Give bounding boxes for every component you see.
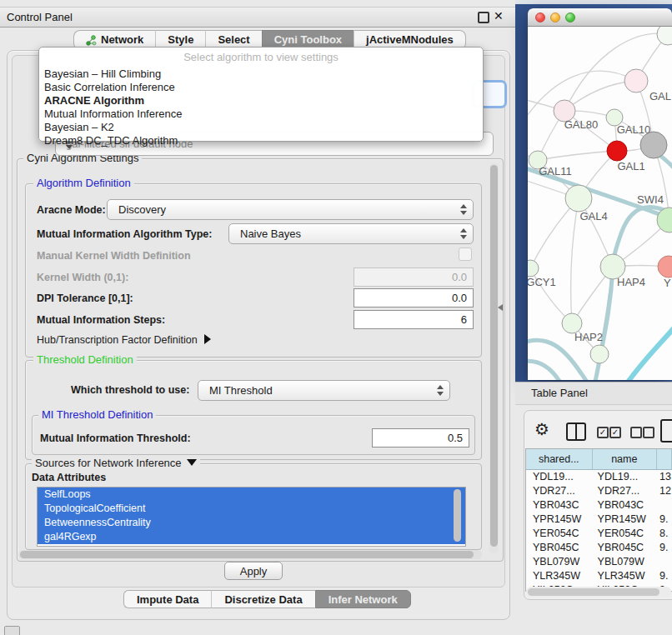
minimize-window-icon[interactable] xyxy=(550,12,560,22)
column-header-shared[interactable]: shared... xyxy=(526,449,593,469)
algorithm-option[interactable]: Dream8 DC_TDC Algorithm xyxy=(44,134,478,148)
collapse-right-icon xyxy=(204,334,211,344)
table-panel-titlebar: Table Panel xyxy=(515,382,672,405)
which-threshold-label: Which threshold to use: xyxy=(71,384,189,396)
combo-stepper-icon xyxy=(460,204,467,216)
list-item[interactable]: BetweennessCentrality xyxy=(38,516,465,530)
table-row[interactable]: YBL079WYBL079W xyxy=(526,555,672,569)
node-label: GAL4 xyxy=(579,210,607,222)
aracne-mode-combobox[interactable]: Discovery xyxy=(107,199,474,220)
gear-icon[interactable]: ⚙ xyxy=(534,419,549,439)
node-label: GAL11 xyxy=(539,165,572,178)
kernel-width-label: Kernel Width (0,1): xyxy=(37,272,128,283)
column-header-name[interactable]: name xyxy=(593,449,658,469)
mi-algorithm-type-value: Naive Bayes xyxy=(240,224,301,243)
algorithm-definition-title: Algorithm Definition xyxy=(33,178,134,189)
combo-stepper-icon xyxy=(437,385,444,397)
aracne-mode-value: Discovery xyxy=(118,200,166,219)
mi-threshold-label: Mutual Information Threshold: xyxy=(40,432,191,444)
network-graph: GAL GAL80 GAL10 GAL1 GAL11 GAL4 SWI4 GCY… xyxy=(528,27,672,380)
node-label: Y xyxy=(664,277,671,289)
algorithm-option[interactable]: Basic Correlation Inference xyxy=(44,81,478,94)
kernel-width-field[interactable]: 0.0 xyxy=(354,268,474,287)
table-row[interactable]: YBR043CYBR043C xyxy=(526,498,672,512)
table-row[interactable]: YDL19...YDL19...13 xyxy=(526,470,672,484)
node-label: SWI4 xyxy=(637,193,664,206)
columns-icon[interactable] xyxy=(566,422,586,441)
unchecked-checkbox-icon[interactable] xyxy=(630,427,642,438)
threshold-definition-title: Threshold Definition xyxy=(33,354,137,366)
document-icon[interactable] xyxy=(660,419,672,442)
node-label: GAL1 xyxy=(617,160,644,172)
tab-impute-data[interactable]: Impute Data xyxy=(123,590,211,608)
control-panel-titlebar: Control Panel ✕ xyxy=(0,7,515,28)
dpi-tolerance-label: DPI Tolerance [0,1]: xyxy=(37,292,133,304)
mi-threshold-definition-title: MI Threshold Definition xyxy=(38,409,156,421)
attributes-vscrollbar-thumb[interactable] xyxy=(454,489,461,542)
settings-vscrollbar-thumb[interactable] xyxy=(490,165,498,547)
node-label: GAL10 xyxy=(617,123,650,136)
hub-definition-toggle[interactable]: Hub/Transcription Factor Definition xyxy=(37,334,211,346)
algorithm-dropdown-prompt: Select algorithm to view settings xyxy=(39,51,483,63)
close-window-icon[interactable] xyxy=(535,12,545,22)
network-view-window[interactable]: GAL GAL80 GAL10 GAL1 GAL11 GAL4 SWI4 GCY… xyxy=(528,8,672,380)
node-swi4 xyxy=(657,208,672,232)
manual-kernel-width-label: Manual Kernel Width Definition xyxy=(37,250,191,262)
combo-stepper-icon xyxy=(460,228,467,240)
tab-infer-network[interactable]: Infer Network xyxy=(315,590,411,608)
table-row[interactable]: YBR045CYBR045C9. xyxy=(526,541,672,555)
node-salmon xyxy=(658,256,672,278)
splitter-collapse-icon[interactable] xyxy=(498,304,503,311)
network-window-titlebar[interactable] xyxy=(528,8,672,27)
corner-widget[interactable] xyxy=(4,626,20,635)
zoom-window-icon[interactable] xyxy=(565,12,575,22)
node-label: HAP2 xyxy=(574,331,603,343)
node-gal1 xyxy=(607,141,627,161)
list-item[interactable]: SelfLoops xyxy=(38,488,465,502)
table-hscrollbar-thumb[interactable] xyxy=(528,588,659,596)
control-panel-title: Control Panel xyxy=(7,8,73,27)
checked-checkbox-icon[interactable]: ✓ xyxy=(597,427,609,438)
unchecked-checkbox-icon[interactable] xyxy=(643,427,654,438)
tab-discretize-data[interactable]: Discretize Data xyxy=(211,590,314,608)
table-row[interactable]: YLR345WYLR345W9. xyxy=(526,569,672,583)
table-row[interactable]: YDR27...YDR27...12 xyxy=(526,484,672,498)
mi-algorithm-type-label: Mutual Information Algorithm Type: xyxy=(37,228,212,240)
sources-toggle[interactable]: Sources for Network Inference xyxy=(32,458,200,469)
mi-steps-label: Mutual Information Steps: xyxy=(37,314,165,326)
network-canvas[interactable]: GAL GAL80 GAL10 GAL1 GAL11 GAL4 SWI4 GCY… xyxy=(528,27,672,380)
node-gal4 xyxy=(565,185,592,212)
table-row[interactable]: YPR145WYPR145W9. xyxy=(526,512,672,527)
table-panel-title: Table Panel xyxy=(531,382,588,404)
node-label: HAP4 xyxy=(617,276,645,288)
algorithm-option-selected[interactable]: ARACNE Algorithm xyxy=(44,94,478,108)
network-icon xyxy=(86,35,97,46)
node-gcy1 xyxy=(528,260,539,277)
screen: Control Panel ✕ Network Style Select Cyn… xyxy=(0,0,672,635)
dpi-tolerance-field[interactable]: 0.0 xyxy=(354,288,474,308)
checked-checkbox-icon[interactable]: ✓ xyxy=(609,427,621,438)
apply-button[interactable]: Apply xyxy=(224,562,283,580)
manual-kernel-width-checkbox[interactable] xyxy=(459,248,472,261)
which-threshold-combobox[interactable]: MI Threshold xyxy=(198,380,450,401)
algorithm-option[interactable]: Bayesian – Hill Climbing xyxy=(44,68,478,81)
table-row[interactable]: YER054CYER054C8. xyxy=(526,527,672,541)
which-threshold-value: MI Threshold xyxy=(209,381,273,400)
mi-steps-field[interactable]: 6 xyxy=(354,310,474,329)
algorithm-option[interactable]: Mutual Information Inference xyxy=(44,108,478,121)
node xyxy=(590,345,609,363)
close-icon[interactable]: ✕ xyxy=(494,9,504,22)
mi-algorithm-type-combobox[interactable]: Naive Bayes xyxy=(228,223,474,244)
node xyxy=(657,27,672,45)
settings-hscrollbar-thumb[interactable] xyxy=(20,551,474,558)
algorithm-option[interactable]: Bayesian – K2 xyxy=(44,121,478,134)
list-item[interactable]: TopologicalCoefficient xyxy=(38,502,465,516)
list-item[interactable]: gal4RGexp xyxy=(38,530,465,544)
collapse-down-icon xyxy=(187,459,197,466)
mi-threshold-field[interactable]: 0.5 xyxy=(372,428,469,448)
node-gal-pink xyxy=(624,69,648,92)
data-attributes-label: Data Attributes xyxy=(32,472,106,483)
column-header-partial[interactable] xyxy=(657,449,672,469)
float-panel-icon[interactable] xyxy=(478,12,489,23)
data-attributes-list: SelfLoops TopologicalCoefficient Between… xyxy=(37,487,466,547)
